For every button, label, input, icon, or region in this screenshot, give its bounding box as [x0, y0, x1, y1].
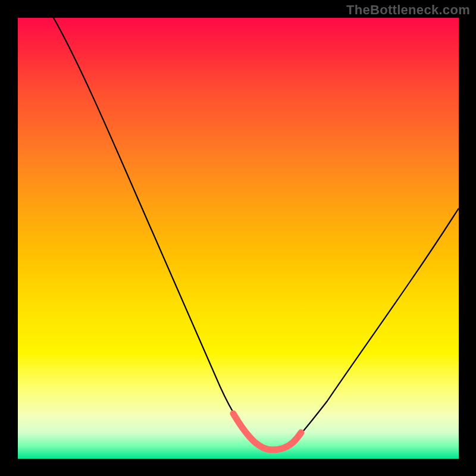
- plot-area: [18, 18, 459, 459]
- watermark-text: TheBottleneck.com: [346, 2, 470, 18]
- bottleneck-curve: [54, 18, 459, 450]
- flat-highlight: [233, 414, 301, 450]
- curve-svg: [18, 18, 459, 459]
- chart-container: TheBottleneck.com: [0, 0, 476, 476]
